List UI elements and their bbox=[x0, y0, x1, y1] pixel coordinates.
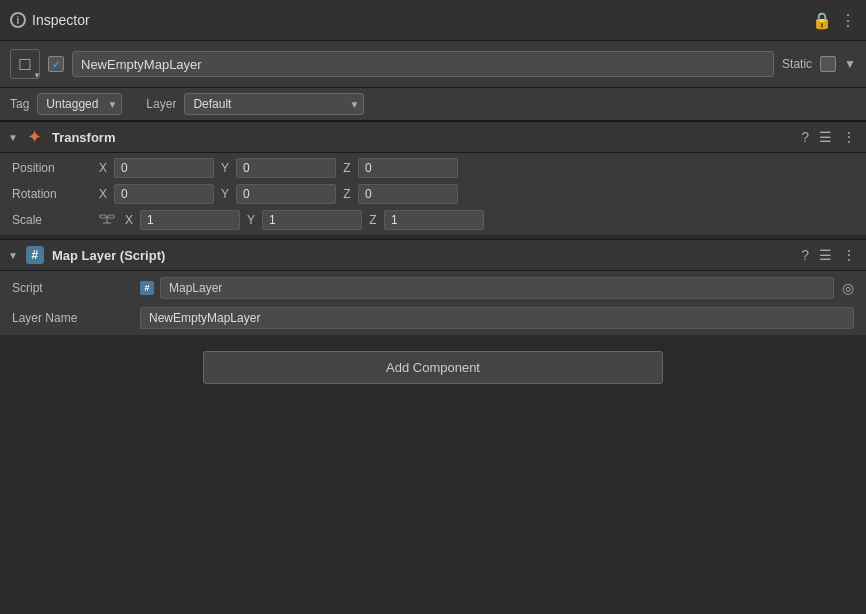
transform-help-icon[interactable]: ? bbox=[799, 127, 811, 147]
rotation-row: Rotation X Y Z bbox=[0, 181, 866, 207]
transform-title: Transform bbox=[52, 130, 791, 145]
script-hash-icon: # bbox=[140, 281, 154, 295]
scale-z-label: Z bbox=[366, 213, 380, 227]
scale-row: Scale X Y Z bbox=[0, 207, 866, 233]
pos-z-label: Z bbox=[340, 161, 354, 175]
script-input[interactable] bbox=[160, 277, 834, 299]
position-row: Position X Y Z bbox=[0, 155, 866, 181]
info-icon: i bbox=[10, 12, 26, 28]
scale-x-input[interactable] bbox=[140, 210, 240, 230]
tag-label: Tag bbox=[10, 97, 29, 111]
script-target-icon[interactable]: ◎ bbox=[842, 280, 854, 296]
object-icon: □ ▼ bbox=[10, 49, 40, 79]
transform-more-icon[interactable]: ⋮ bbox=[840, 127, 858, 147]
rotation-x-input[interactable] bbox=[114, 184, 214, 204]
scale-x-label: X bbox=[122, 213, 136, 227]
script-value-group: # bbox=[140, 277, 834, 299]
object-enabled-checkbox[interactable]: ✓ bbox=[48, 56, 64, 72]
svg-rect-1 bbox=[108, 215, 114, 218]
scale-z-input[interactable] bbox=[384, 210, 484, 230]
layer-label: Layer bbox=[146, 97, 176, 111]
layername-input[interactable] bbox=[140, 307, 854, 329]
maplayer-collapse-icon[interactable]: ▼ bbox=[8, 250, 18, 261]
script-label: Script bbox=[12, 281, 132, 295]
transform-collapse-icon[interactable]: ▼ bbox=[8, 132, 18, 143]
transform-grid: Position X Y Z Rotation X Y Z Scale bbox=[0, 153, 866, 235]
maplayer-hash-icon: # bbox=[26, 246, 44, 264]
maplayer-settings-icon[interactable]: ☰ bbox=[817, 245, 834, 265]
scale-y-input[interactable] bbox=[262, 210, 362, 230]
rot-z-label: Z bbox=[340, 187, 354, 201]
position-label: Position bbox=[12, 161, 92, 175]
tag-layer-row: Tag Untagged ▼ Layer Default ▼ bbox=[0, 88, 866, 121]
inspector-title: Inspector bbox=[32, 12, 90, 28]
rot-x-label: X bbox=[96, 187, 110, 201]
layername-row: Layer Name bbox=[0, 303, 866, 333]
more-options-icon[interactable]: ⋮ bbox=[840, 11, 856, 30]
layername-label: Layer Name bbox=[12, 311, 132, 325]
transform-settings-icon[interactable]: ☰ bbox=[817, 127, 834, 147]
rotation-label: Rotation bbox=[12, 187, 92, 201]
position-x-input[interactable] bbox=[114, 158, 214, 178]
scale-y-label: Y bbox=[244, 213, 258, 227]
layer-select[interactable]: Default bbox=[184, 93, 364, 115]
add-component-button[interactable]: Add Component bbox=[203, 351, 663, 384]
scale-label: Scale bbox=[12, 213, 92, 227]
rotation-z-input[interactable] bbox=[358, 184, 458, 204]
maplayer-title: Map Layer (Script) bbox=[52, 248, 791, 263]
static-checkbox[interactable] bbox=[820, 56, 836, 72]
svg-rect-0 bbox=[100, 215, 106, 218]
pos-x-label: X bbox=[96, 161, 110, 175]
tag-select[interactable]: Untagged bbox=[37, 93, 122, 115]
lock-icon[interactable]: 🔒 bbox=[812, 11, 832, 30]
tag-select-wrap: Untagged ▼ bbox=[37, 93, 122, 115]
transform-icon: ✦ bbox=[26, 128, 44, 146]
maplayer-section-header: ▼ # Map Layer (Script) ? ☰ ⋮ bbox=[0, 239, 866, 271]
transform-section-header: ▼ ✦ Transform ? ☰ ⋮ bbox=[0, 121, 866, 153]
layer-select-wrap: Default ▼ bbox=[184, 93, 364, 115]
static-dropdown-arrow[interactable]: ▼ bbox=[844, 57, 856, 71]
static-label: Static bbox=[782, 57, 812, 71]
maplayer-grid: Script # ◎ Layer Name bbox=[0, 271, 866, 335]
add-component-section: Add Component bbox=[0, 335, 866, 400]
rotation-y-input[interactable] bbox=[236, 184, 336, 204]
scale-link-icon[interactable] bbox=[96, 211, 118, 229]
position-y-input[interactable] bbox=[236, 158, 336, 178]
script-row: Script # ◎ bbox=[0, 273, 866, 303]
pos-y-label: Y bbox=[218, 161, 232, 175]
maplayer-help-icon[interactable]: ? bbox=[799, 245, 811, 265]
position-z-input[interactable] bbox=[358, 158, 458, 178]
object-name-row: □ ▼ ✓ Static ▼ bbox=[0, 41, 866, 88]
object-name-input[interactable] bbox=[72, 51, 774, 77]
maplayer-more-icon[interactable]: ⋮ bbox=[840, 245, 858, 265]
rot-y-label: Y bbox=[218, 187, 232, 201]
inspector-header: i Inspector 🔒 ⋮ bbox=[0, 0, 866, 41]
